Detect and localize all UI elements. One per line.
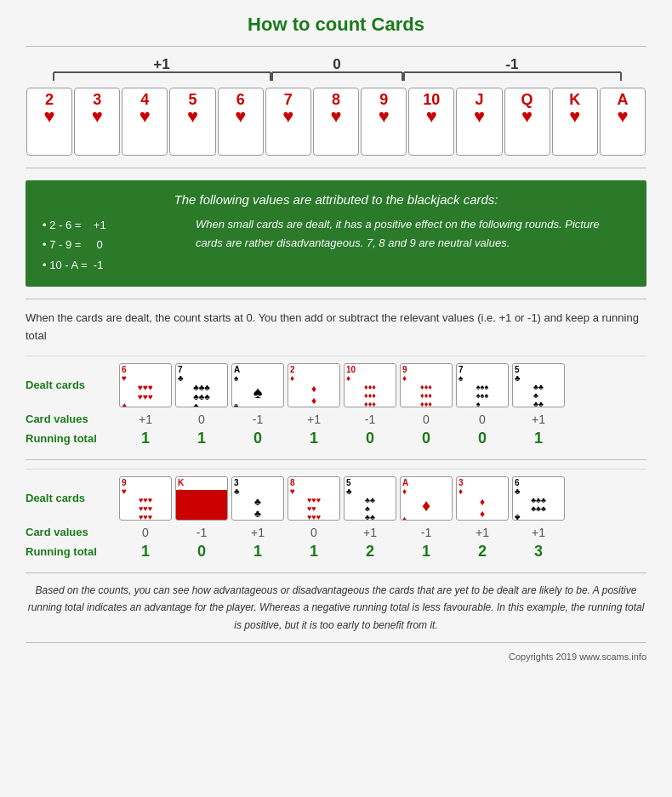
val-1-7: 0 [456,413,509,426]
val-1-4: +1 [288,413,340,426]
mini-card-2-4: 8♥ ♥♥♥♥♥♥♥♥ 8♥ [288,476,340,521]
run-2-1: 1 [119,543,172,561]
val-2-4: 0 [288,526,340,539]
val-2-5: +1 [344,526,396,539]
mini-card-1-1: 6♥ ♥♥♥♥♥♥ 6♥ [119,363,172,407]
divider-4 [26,459,646,460]
run-1-7: 0 [456,430,509,447]
card-5: 5 ♥ [169,88,215,156]
card-6: 6 ♥ [218,88,264,156]
run-1-8: 1 [512,430,565,447]
running-label-2: Running total [26,545,119,558]
description-text: When the cards are dealt, the count star… [26,310,646,345]
run-2-7: 2 [456,543,509,561]
card-J: J ♥ [456,88,502,156]
mini-card-2-7: 3♦ ♦♦♦ 3♦ [456,476,509,521]
run-2-4: 1 [288,543,340,561]
mini-card-2-1: 9♥ ♥♥♥♥♥♥♥♥♥ 9♥ [119,476,172,521]
info-box-content: • 2 - 6 = +1 • 7 - 9 = 0 • 10 - A = -1 W… [43,215,629,275]
dealt-section-2: Dealt cards 9♥ ♥♥♥♥♥♥♥♥♥ 9♥ K♥ ♛ K♥ 3♣ ♣… [26,469,646,561]
card-4: 4 ♥ [122,88,168,156]
run-2-6: 1 [400,543,453,561]
val-2-6: -1 [400,526,453,539]
svg-text:-1: -1 [505,56,518,72]
card-K: K ♥ [552,88,598,156]
val-2-3: +1 [231,526,284,539]
card-A: A ♥ [600,88,646,156]
page-title: How to count Cards [26,14,646,36]
dealt-label-1: Dealt cards [26,379,119,391]
val-1-3: -1 [231,413,284,426]
values-label-1: Card values [26,413,119,425]
run-1-6: 0 [400,430,453,447]
mini-card-2-8: 6♣ ♣♣♣♣♣♣ 6♣ [512,476,565,521]
running-row-1: Running total 1 1 0 1 0 0 0 1 [26,430,646,447]
cards-top-row: 2 ♥ 3 ♥ 4 ♥ 5 ♥ 6 ♥ 7 ♥ [26,88,646,156]
run-1-4: 1 [288,430,340,447]
dealt-section-1: Dealt cards 6♥ ♥♥♥♥♥♥ 6♥ 7♣ ♣♣♣♣♣♣♣ 7♣ A… [26,356,646,447]
run-1-5: 0 [344,430,396,447]
card-9: 9 ♥ [361,88,407,156]
run-1-3: 0 [231,430,284,447]
mini-card-1-2: 7♣ ♣♣♣♣♣♣♣ 7♣ [175,363,228,407]
val-1-1: +1 [119,413,172,426]
run-1-1: 1 [119,430,172,447]
footer-text: Based on the counts, you can see how adv… [26,582,646,634]
card-Q: Q ♥ [504,88,550,156]
running-cells-2: 1 0 1 1 2 1 2 3 [119,543,565,561]
svg-text:+1: +1 [153,56,169,72]
val-2-1: 0 [119,526,172,539]
card-3: 3 ♥ [74,88,120,156]
mini-card-1-6: 9♦ ♦♦♦♦♦♦♦♦♦ 9♦ [400,363,453,407]
card-8: 8 ♥ [313,88,359,156]
dealt-row-1: Dealt cards 6♥ ♥♥♥♥♥♥ 6♥ 7♣ ♣♣♣♣♣♣♣ 7♣ A… [26,356,646,407]
bracket-svg-row: +1 0 -1 [26,55,646,86]
run-2-3: 1 [231,543,284,561]
bracket-svg: +1 0 -1 [47,55,625,86]
values-row-1: Card values +1 0 -1 +1 -1 0 0 +1 [26,413,646,426]
dealt-label-2: Dealt cards [26,492,119,504]
svg-text:0: 0 [333,56,340,72]
run-2-8: 3 [512,543,565,561]
card-7: 7 ♥ [265,88,311,156]
divider-6 [26,642,646,643]
dealt-cards-1: 6♥ ♥♥♥♥♥♥ 6♥ 7♣ ♣♣♣♣♣♣♣ 7♣ A♠ ♠ A♠ [119,363,565,407]
copyright: Copyrights 2019 www.scams.info [26,652,646,662]
running-row-2: Running total 1 0 1 1 2 1 2 3 [26,543,646,561]
divider-3 [26,299,646,299]
run-2-2: 0 [175,543,228,561]
mini-card-2-6: A♦ ♦ A♦ [400,476,453,521]
info-box-right: When small cards are dealt, it has a pos… [196,215,629,275]
divider-top [26,46,646,47]
mini-card-1-3: A♠ ♠ A♠ [231,363,284,407]
divider-5 [26,572,646,573]
val-1-2: 0 [175,413,228,426]
card-group-section: +1 0 -1 2 ♥ 3 ♥ [26,55,646,156]
val-2-8: +1 [512,526,565,539]
info-box-left: • 2 - 6 = +1 • 7 - 9 = 0 • 10 - A = -1 [43,215,179,275]
mini-card-2-3: 3♣ ♣♣♣ 3♣ [231,476,284,521]
dealt-cards-2: 9♥ ♥♥♥♥♥♥♥♥♥ 9♥ K♥ ♛ K♥ 3♣ ♣♣♣ 3♣ [119,476,565,521]
divider-2 [26,168,646,168]
mini-card-2-5: 5♣ ♣♣♣♣♣ 5♣ [344,476,396,521]
values-row-2: Card values 0 -1 +1 0 +1 -1 +1 +1 [26,526,646,539]
value-cells-2: 0 -1 +1 0 +1 -1 +1 +1 [119,526,565,539]
val-1-6: 0 [400,413,453,426]
mini-card-2-2: K♥ ♛ K♥ [175,476,228,521]
dealt-row-2: Dealt cards 9♥ ♥♥♥♥♥♥♥♥♥ 9♥ K♥ ♛ K♥ 3♣ ♣… [26,469,646,521]
info-box-title: The following values are attributed to t… [43,192,629,207]
val-2-2: -1 [175,526,228,539]
info-box: The following values are attributed to t… [26,180,646,287]
run-1-2: 1 [175,430,228,447]
running-label-1: Running total [26,432,119,445]
val-2-7: +1 [456,526,509,539]
values-label-2: Card values [26,526,119,538]
mini-card-1-4: 2♦ ♦♦ 2♦ [288,363,340,407]
val-1-5: -1 [344,413,396,426]
mini-card-1-8: 5♣ ♣♣♣♣♣ 5♣ [512,363,565,407]
mini-card-1-5: 10♦ ♦♦♦♦♦♦♦♦♦♦ 10♦ [344,363,396,407]
card-2: 2 ♥ [26,88,72,156]
page: How to count Cards +1 [0,0,672,797]
val-1-8: +1 [512,413,565,426]
running-cells-1: 1 1 0 1 0 0 0 1 [119,430,565,447]
